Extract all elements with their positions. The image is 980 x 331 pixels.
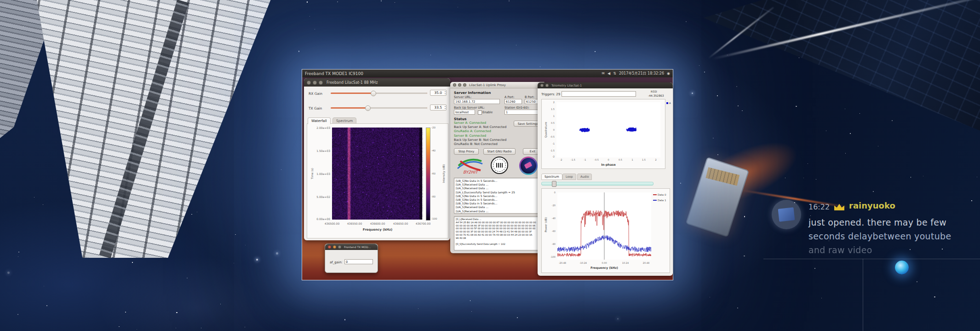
afgain-label: af_gain:: [330, 261, 343, 264]
close-icon[interactable]: [307, 81, 311, 85]
session-menu-icon[interactable]: ◉: [667, 71, 670, 75]
network-icon[interactable]: ⇅: [613, 71, 616, 75]
status-list: Server A: Connected Back Up Server A: No…: [454, 121, 506, 146]
a-port-input[interactable]: [504, 99, 522, 104]
afgain-input[interactable]: [344, 259, 373, 264]
waterfall-xlabel: Frequency (kHz): [363, 228, 392, 232]
chat-message-line: just opened. there may be few: [808, 217, 946, 227]
titlebar[interactable]: Freeband LilacSat-1 88 MHz: [304, 78, 450, 87]
maximize-icon[interactable]: [319, 81, 323, 85]
legend-series-a: A: [666, 102, 671, 105]
console-log-list[interactable]: [UB_S]No Data in 5 Seconds... [UA_S]Rece…: [454, 178, 542, 214]
window-title: LilacSat-1 Uplink Proxy: [469, 83, 506, 87]
ubuntu-top-panel: Freeband TX MODE1 IC9100 ✉ ◀ ⇅ 2017年5月21…: [302, 70, 673, 77]
spectrum-ylabel: Power (dB): [544, 217, 547, 232]
status-line: Server B: Connected: [454, 134, 506, 138]
spectrum-plot: Power (dB) 0 -20 -40 -60 -80 -100 -20.48…: [541, 188, 670, 273]
constellation-plot: Quadrature 2 1.5 1 0.5 0 -0.5 -1 -1.5 -2…: [541, 99, 665, 169]
chat-message-line: and raw video: [808, 245, 872, 255]
legend-data1: Data 1: [653, 199, 666, 202]
waterfall-canvas[interactable]: [332, 128, 423, 220]
window-title: Freeband LilacSat-1 88 MHz: [327, 81, 378, 85]
tab-loop[interactable]: Loop: [562, 174, 576, 180]
tx-gain-value: 33.5: [434, 105, 442, 110]
enable-label: Enable: [482, 110, 493, 114]
hit-seal-logo: [491, 157, 508, 174]
panel-window-title: Freeband TX MODE1 IC9100: [305, 71, 363, 76]
start-gnuradio-button[interactable]: Start GNU Radio: [483, 148, 516, 155]
minimize-icon[interactable]: [333, 245, 336, 249]
slider-handle[interactable]: [552, 181, 556, 187]
rssi-value: -44.352863: [648, 94, 664, 97]
rx-gain-slider[interactable]: [331, 90, 427, 96]
spectrum-canvas[interactable]: [557, 192, 651, 260]
close-icon[interactable]: [540, 84, 544, 87]
tab-spectrum[interactable]: Spectrum: [541, 174, 562, 180]
stop-proxy-button[interactable]: Stop Proxy: [454, 148, 479, 155]
overlay-grid-line: [863, 259, 863, 331]
chat-username: rainyuoko: [849, 201, 895, 210]
minimize-icon[interactable]: [313, 81, 317, 85]
gain-slider[interactable]: [541, 182, 653, 186]
desktop-wallpaper: Freeband LilacSat-1 88 MHz RX Gain 35.0 …: [302, 77, 673, 280]
rx-gain-spinbox[interactable]: 35.0 ▴▾: [430, 90, 447, 96]
panel-clock[interactable]: 2017年5月21日 18:32:26: [619, 71, 664, 76]
close-icon[interactable]: [328, 245, 331, 249]
minimize-icon[interactable]: [458, 83, 461, 87]
chat-timestamp: 16:22: [808, 203, 830, 211]
enable-checkbox[interactable]: [478, 110, 482, 115]
status-line: Back Up Server A: Not Connected: [454, 125, 506, 129]
status-heading: Status: [454, 117, 466, 121]
rx-gain-label: RX Gain: [309, 92, 322, 96]
minimize-icon[interactable]: [545, 84, 549, 87]
colorbar: [426, 128, 430, 221]
rssi-label: RSSI: [651, 90, 657, 93]
legend-data0: Data 0: [653, 193, 666, 196]
volume-icon[interactable]: ◀: [607, 71, 610, 75]
by2hit-logo: BY2HIT: [457, 157, 483, 175]
close-icon[interactable]: [453, 83, 456, 87]
tx-gain-slider[interactable]: [331, 105, 427, 110]
window-uplink-proxy: LilacSat-1 Uplink Proxy Server Informati…: [450, 82, 546, 253]
backup-url-input[interactable]: [454, 110, 475, 115]
constellation-xlabel: In-phase: [601, 163, 616, 167]
tab-audio[interactable]: Audio: [577, 174, 592, 180]
spectrum-xlabel: Frequency (kHz): [590, 266, 618, 270]
server-url-input[interactable]: [454, 99, 500, 104]
shared-desktop-frame: Freeband TX MODE1 IC9100 ✉ ◀ ⇅ 2017年5月21…: [302, 69, 673, 280]
window-afgain: Frontend TX MOD... af_gain:: [325, 244, 378, 273]
waterfall-ylabel: Time (s): [310, 168, 314, 179]
titlebar[interactable]: LilacSat-1 Uplink Proxy: [450, 82, 546, 88]
status-line: Back Up Server B: Not Connected: [454, 138, 506, 142]
maximize-icon[interactable]: [463, 83, 466, 87]
titlebar[interactable]: Telemetry LilacSat-1: [538, 82, 673, 88]
slider-track-rest: [373, 93, 427, 94]
colorbar-label: Intensity (dB): [442, 164, 445, 183]
constellation-ylabel: Quadrature: [544, 122, 547, 138]
constellation-canvas[interactable]: [556, 102, 660, 157]
rx-gain-value: 35.0: [434, 91, 442, 95]
avatar-image: [778, 207, 795, 221]
message-input[interactable]: [562, 91, 636, 97]
cubesat-antenna: [705, 167, 739, 186]
tx-gain-spinbox[interactable]: 33.5 ▴▾: [430, 105, 447, 110]
mail-icon[interactable]: ✉: [602, 71, 605, 75]
titlebar[interactable]: Frontend TX MOD...: [325, 244, 378, 250]
svg-text:BY2HIT: BY2HIT: [463, 170, 479, 174]
maximize-icon[interactable]: [338, 245, 341, 249]
window-title: Telemetry LilacSat-1: [551, 84, 582, 87]
window-freeband-modem: Freeband LilacSat-1 88 MHz RX Gain 35.0 …: [304, 78, 450, 240]
spinner-arrows-icon[interactable]: ▴▾: [445, 105, 446, 110]
slider-handle[interactable]: [371, 91, 376, 96]
status-line: GnuRadio A: Connected: [454, 129, 506, 134]
spinner-arrows-icon[interactable]: ▴▾: [445, 90, 446, 95]
waterfall-plot: Time (s) 2.00e+03 1.50e+03 1.00e+03 5.00…: [307, 123, 448, 238]
window-rx-telemetry: Telemetry LilacSat-1 Triggers: 29 RSSI -…: [538, 82, 673, 276]
slider-handle[interactable]: [365, 105, 371, 111]
tab-waterfall[interactable]: Waterfall: [308, 117, 331, 124]
blue-orb-logo: [895, 261, 909, 274]
hex-dump-list[interactable]: [D_L]Received Data ... A4 54 25 B0 1A A6…: [454, 216, 542, 250]
overlay-grid-line: [763, 259, 980, 259]
tx-gain-label: TX Gain: [309, 106, 322, 110]
logos-row: BY2HIT: [455, 157, 542, 176]
